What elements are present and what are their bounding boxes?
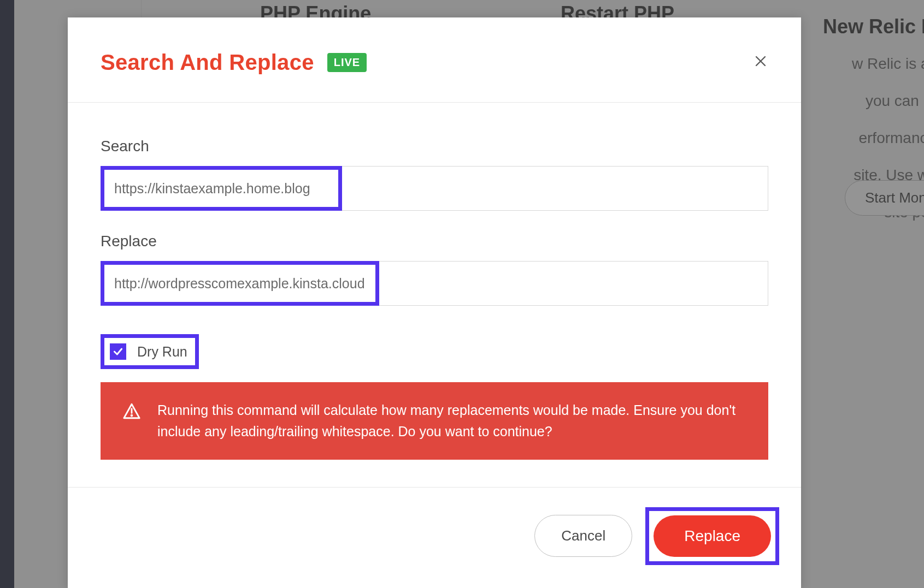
replace-button-highlight: Replace <box>645 507 779 565</box>
replace-label: Replace <box>101 233 768 250</box>
modal-title: Search And Replace <box>101 50 314 75</box>
search-input-extension[interactable] <box>342 166 768 211</box>
search-replace-modal: Search And Replace LIVE Search Replace <box>68 17 801 588</box>
replace-highlight <box>101 261 379 306</box>
modal-footer: Cancel Replace <box>68 487 801 589</box>
replace-input-row <box>101 261 768 306</box>
replace-input[interactable] <box>104 265 375 302</box>
search-highlight <box>101 166 342 211</box>
warning-banner: Running this command will calculate how … <box>101 382 768 460</box>
cancel-button[interactable]: Cancel <box>534 515 632 557</box>
check-icon <box>113 346 123 357</box>
modal-body: Search Replace <box>68 103 801 487</box>
close-button[interactable] <box>750 50 772 72</box>
svg-point-3 <box>131 415 132 416</box>
close-icon <box>754 55 767 68</box>
search-label: Search <box>101 138 768 155</box>
dry-run-label: Dry Run <box>137 344 187 360</box>
modal-header: Search And Replace LIVE <box>68 17 801 103</box>
dry-run-row: Dry Run <box>110 343 187 360</box>
search-field-group: Search <box>101 138 768 211</box>
warning-icon <box>122 402 141 420</box>
warning-text: Running this command will calculate how … <box>157 400 746 442</box>
live-badge: LIVE <box>327 53 367 72</box>
replace-button[interactable]: Replace <box>654 515 771 557</box>
search-input-row <box>101 166 768 211</box>
replace-field-group: Replace <box>101 233 768 306</box>
replace-input-extension[interactable] <box>379 261 768 306</box>
search-input[interactable] <box>104 170 338 207</box>
dry-run-highlight: Dry Run <box>101 334 199 369</box>
dry-run-checkbox[interactable] <box>110 343 126 360</box>
